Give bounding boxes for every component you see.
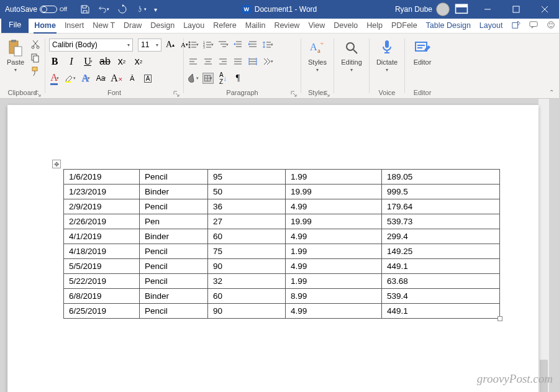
vertical-scrollbar[interactable] (539, 99, 549, 392)
table-cell[interactable]: 4/18/2019 (64, 244, 140, 259)
table-cell[interactable]: 32 (208, 274, 286, 289)
table-cell[interactable]: 19.99 (286, 214, 382, 229)
table-cell[interactable]: Pencil (140, 274, 208, 289)
qat-overflow-icon[interactable]: ▾ (154, 6, 157, 13)
text-effects-icon[interactable]: A▾ (80, 73, 91, 84)
show-marks-icon[interactable]: ¶ (232, 73, 243, 84)
table-row[interactable]: 4/18/2019Pencil751.99149.25 (64, 244, 500, 259)
borders-icon[interactable]: ▾ (202, 73, 214, 84)
align-center-icon[interactable] (202, 56, 214, 67)
table-cell[interactable]: 449.1 (382, 259, 500, 274)
subscript-icon[interactable]: x2 (116, 56, 127, 67)
tab-develo[interactable]: Develo (329, 19, 362, 33)
bullets-icon[interactable]: ▾ (188, 39, 199, 50)
minimize-button[interactable] (473, 0, 502, 19)
table-cell[interactable]: 50 (208, 185, 286, 199)
table-row[interactable]: 2/26/2019Pen2719.99539.73 (64, 214, 500, 229)
italic-icon[interactable]: I (66, 56, 77, 67)
table-cell[interactable]: 90 (208, 304, 286, 319)
table-row[interactable]: 2/9/2019Pencil364.99179.64 (64, 199, 500, 214)
tab-draw[interactable]: Draw (119, 19, 146, 33)
numbering-icon[interactable]: 123▾ (202, 39, 214, 50)
table-row[interactable]: 6/25/2019Pencil904.99449.1 (64, 304, 500, 319)
table-cell[interactable]: Pencil (140, 304, 208, 319)
editor-button[interactable]: Editor (409, 36, 436, 66)
align-left-icon[interactable] (188, 56, 199, 67)
font-name-combo[interactable]: Calibri (Body)▾ (49, 39, 133, 52)
table-cell[interactable]: 1/6/2019 (64, 170, 140, 185)
tab-view[interactable]: View (304, 19, 329, 33)
tab-review[interactable]: Review (270, 19, 304, 33)
table-cell[interactable]: 999.5 (382, 185, 500, 199)
table-cell[interactable]: Pencil (140, 259, 208, 274)
table-cell[interactable]: 2/9/2019 (64, 199, 140, 214)
superscript-icon[interactable]: x2 (133, 56, 144, 67)
table-cell[interactable]: 4.99 (286, 259, 382, 274)
tab-help[interactable]: Help (362, 19, 387, 33)
highlight-icon[interactable]: ▾ (65, 73, 76, 84)
font-color-icon[interactable]: A▾ (49, 73, 60, 84)
table-cell[interactable]: Binder (140, 229, 208, 244)
share-icon[interactable] (512, 21, 520, 31)
table-cell[interactable]: 4.99 (286, 199, 382, 214)
data-table[interactable]: 1/6/2019Pencil951.99189.051/23/2019Binde… (63, 169, 500, 319)
table-row[interactable]: 5/5/2019Pencil904.99449.1 (64, 259, 500, 274)
increase-indent-icon[interactable] (247, 39, 258, 50)
clear-formatting-icon[interactable]: A✕ (111, 73, 122, 84)
comments-icon[interactable] (529, 21, 538, 31)
justify-icon[interactable] (232, 56, 243, 67)
dialog-launcher-icon[interactable] (173, 91, 180, 97)
sort-icon[interactable]: AZ↓ (217, 73, 229, 84)
dialog-launcher-icon[interactable] (291, 91, 297, 97)
table-cell[interactable]: Binder (140, 289, 208, 304)
table-cell[interactable]: 1.99 (286, 170, 382, 185)
cut-icon[interactable] (30, 39, 41, 50)
table-cell[interactable]: 60 (208, 289, 286, 304)
table-cell[interactable]: 189.05 (382, 170, 500, 185)
table-cell[interactable]: 4/1/2019 (64, 229, 140, 244)
char-border-icon[interactable]: A (142, 73, 153, 84)
table-cell[interactable]: 6/25/2019 (64, 304, 140, 319)
table-cell[interactable]: Pencil (140, 244, 208, 259)
format-painter-icon[interactable] (30, 66, 41, 77)
tab-new-t[interactable]: New T (88, 19, 119, 33)
table-cell[interactable]: 95 (208, 170, 286, 185)
paste-button[interactable]: Paste ▾ (4, 36, 27, 73)
table-cell[interactable]: 299.4 (382, 229, 500, 244)
table-cell[interactable]: 63.68 (382, 274, 500, 289)
bold-icon[interactable]: B (49, 56, 60, 67)
table-cell[interactable]: 179.64 (382, 199, 500, 214)
table-cell[interactable]: 6/8/2019 (64, 289, 140, 304)
table-cell[interactable]: 4.99 (286, 229, 382, 244)
tab-mailin[interactable]: Mailin (241, 19, 270, 33)
tab-design[interactable]: Design (146, 19, 179, 33)
redo-icon[interactable] (117, 4, 128, 15)
tab-insert[interactable]: Insert (60, 19, 88, 33)
phonetic-icon[interactable]: Ǎ (127, 73, 138, 84)
dictate-button[interactable]: Dictate ▾ (373, 36, 401, 73)
table-cell[interactable]: 4.99 (286, 304, 382, 319)
table-cell[interactable]: 539.73 (382, 214, 500, 229)
close-button[interactable] (530, 0, 559, 19)
line-spacing-icon[interactable]: ▾ (262, 39, 273, 50)
table-cell[interactable]: 27 (208, 214, 286, 229)
maximize-button[interactable] (502, 0, 530, 19)
table-cell[interactable]: 1.99 (286, 244, 382, 259)
table-cell[interactable]: Pencil (140, 170, 208, 185)
table-cell[interactable]: 60 (208, 229, 286, 244)
table-cell[interactable]: 5/5/2019 (64, 259, 140, 274)
user-avatar[interactable] (436, 2, 450, 16)
underline-icon[interactable]: U▾ (83, 56, 94, 67)
table-cell[interactable]: 19.99 (286, 185, 382, 199)
tab-layou[interactable]: Layou (179, 19, 209, 33)
table-move-handle[interactable]: ✥ (52, 160, 61, 168)
touch-mode-icon[interactable]: ▾ (135, 4, 147, 15)
smile-feedback-icon[interactable] (547, 21, 555, 31)
table-cell[interactable]: 5/22/2019 (64, 274, 140, 289)
table-resize-handle[interactable] (498, 316, 502, 321)
page[interactable]: ✥ 1/6/2019Pencil951.99189.051/23/2019Bin… (7, 105, 539, 392)
table-cell[interactable]: 449.1 (382, 304, 500, 319)
table-cell[interactable]: 75 (208, 244, 286, 259)
tab-layout[interactable]: Layout (475, 19, 507, 33)
editing-button[interactable]: Editing ▾ (338, 36, 365, 73)
